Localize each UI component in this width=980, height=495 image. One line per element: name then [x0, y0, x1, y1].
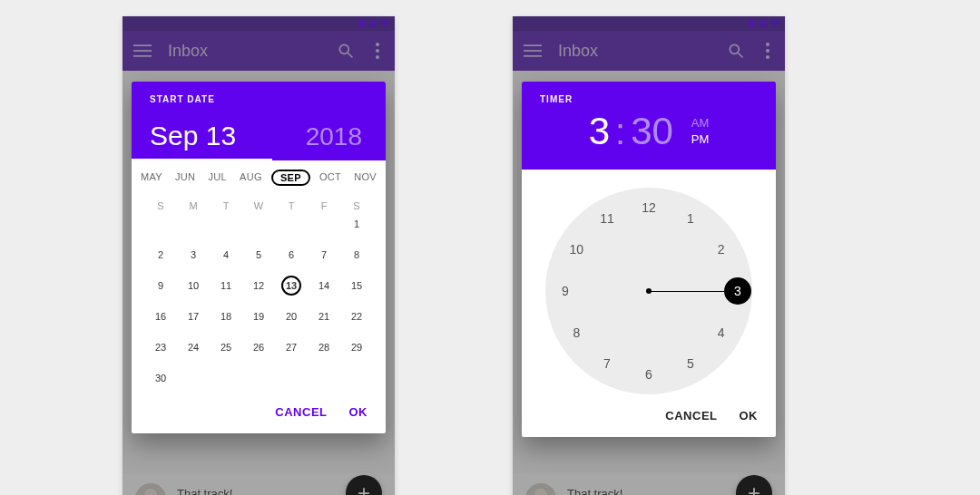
clock-hour-8[interactable]: 8	[565, 322, 587, 344]
date-picker-subtitle: START DATE	[150, 94, 368, 104]
calendar-day[interactable]: 28	[308, 336, 340, 358]
clock-hour-4[interactable]: 4	[710, 322, 732, 344]
status-triangle-icon	[380, 20, 389, 28]
calendar-day[interactable]: 21	[308, 306, 340, 327]
status-indicators	[358, 16, 389, 31]
calendar-day[interactable]: 10	[177, 275, 210, 296]
calendar-day[interactable]: 25	[210, 336, 242, 358]
calendar-day[interactable]: 15	[340, 275, 373, 296]
am-toggle[interactable]: AM	[691, 115, 710, 131]
calendar-day[interactable]: 29	[340, 336, 373, 358]
calendar-day[interactable]: 20	[275, 306, 308, 327]
calendar-day[interactable]: 17	[177, 306, 210, 327]
calendar-day[interactable]: 9	[144, 275, 177, 296]
calendar-day[interactable]: 23	[144, 336, 177, 358]
dialog-actions: CANCEL OK	[522, 398, 776, 437]
status-circle-icon	[760, 20, 767, 27]
calendar-day[interactable]: 1	[340, 213, 373, 235]
calendar-day[interactable]: 19	[242, 306, 275, 327]
calendar-day[interactable]: 30	[144, 367, 177, 389]
clock-hour-10[interactable]: 10	[565, 238, 587, 260]
month-tab[interactable]: NOV	[350, 170, 380, 186]
clock-selected-knob[interactable]: 3	[724, 277, 751, 305]
clock-hour-7[interactable]: 7	[596, 353, 618, 374]
calendar-grid: 1234567891011121314151617181920212223242…	[132, 213, 386, 394]
ok-button[interactable]: OK	[740, 409, 759, 422]
status-indicators	[749, 16, 779, 31]
calendar-day[interactable]: 7	[308, 244, 340, 266]
calendar-day[interactable]: 12	[242, 275, 275, 296]
clock-hour-1[interactable]: 1	[680, 208, 701, 229]
month-tab[interactable]: JUL	[204, 170, 230, 186]
calendar-day[interactable]: 11	[210, 275, 242, 296]
cancel-button[interactable]: CANCEL	[275, 405, 327, 419]
clock-hour-5[interactable]: 5	[680, 353, 701, 374]
time-picker-dialog: TIMER 3 : 30 AM PM 1234567891011123 CANC…	[522, 82, 776, 437]
hour-label[interactable]: 3	[589, 110, 610, 153]
status-circle-icon	[369, 20, 377, 27]
calendar-day[interactable]: 18	[210, 306, 242, 327]
calendar-day[interactable]: 16	[144, 306, 177, 327]
month-tab[interactable]: OCT	[316, 170, 345, 186]
clock-hour-2[interactable]: 2	[710, 238, 732, 260]
clock-hour-9[interactable]: 9	[554, 280, 576, 302]
calendar-day[interactable]: 24	[177, 336, 210, 358]
month-tab[interactable]: MAY	[137, 170, 166, 186]
status-square-icon	[749, 20, 756, 27]
clock-hour-11[interactable]: 11	[596, 208, 618, 229]
phone-date-picker: Inbox That track! Charlie Z. — That song…	[122, 16, 395, 495]
weekday-label: S	[144, 200, 177, 211]
calendar-day[interactable]: 13	[275, 275, 308, 296]
month-tab[interactable]: AUG	[236, 170, 266, 186]
minute-label[interactable]: 30	[631, 110, 673, 153]
selected-year-label[interactable]: 2018	[306, 122, 362, 151]
weekday-label: M	[177, 200, 210, 211]
calendar-day[interactable]: 22	[340, 306, 373, 327]
calendar-day[interactable]: 8	[340, 244, 373, 266]
calendar-day[interactable]: 27	[275, 336, 308, 358]
status-triangle-icon	[770, 20, 779, 28]
date-picker-dialog: START DATE Sep 13 2018 MAYJUNJULAUGSEPOC…	[132, 82, 386, 433]
month-tab[interactable]: SEP	[271, 170, 310, 186]
calendar-day[interactable]: 6	[275, 244, 308, 266]
ok-button[interactable]: OK	[349, 405, 368, 419]
phone-time-picker: Inbox That track! Charlie Z. — That song…	[513, 16, 785, 495]
calendar-day[interactable]: 3	[177, 244, 210, 266]
month-tab[interactable]: JUN	[172, 170, 199, 186]
weekday-label: T	[275, 200, 308, 211]
selected-date-label[interactable]: Sep 13	[150, 121, 236, 151]
status-square-icon	[358, 20, 366, 27]
time-colon: :	[615, 112, 625, 152]
clock-face[interactable]: 1234567891011123	[545, 188, 752, 394]
month-strip[interactable]: MAYJUNJULAUGSEPOCTNOV	[132, 160, 386, 195]
tab-indicator	[132, 159, 272, 160]
time-picker-subtitle: TIMER	[540, 94, 758, 104]
cancel-button[interactable]: CANCEL	[665, 409, 717, 422]
calendar-day[interactable]: 14	[308, 275, 340, 296]
weekday-label: S	[340, 200, 373, 211]
calendar-day[interactable]: 5	[242, 244, 275, 266]
dialog-actions: CANCEL OK	[132, 394, 386, 433]
pm-toggle[interactable]: PM	[691, 131, 710, 148]
weekday-label: F	[308, 200, 340, 211]
weekday-header: SMTWTFS	[132, 195, 386, 213]
weekday-label: T	[210, 200, 242, 211]
weekday-label: W	[242, 200, 275, 211]
calendar-day[interactable]: 26	[242, 336, 275, 358]
clock-hour-6[interactable]: 6	[638, 364, 660, 385]
calendar-day[interactable]: 2	[144, 244, 177, 266]
calendar-day[interactable]: 4	[210, 244, 242, 266]
clock-hour-12[interactable]: 12	[638, 197, 660, 218]
